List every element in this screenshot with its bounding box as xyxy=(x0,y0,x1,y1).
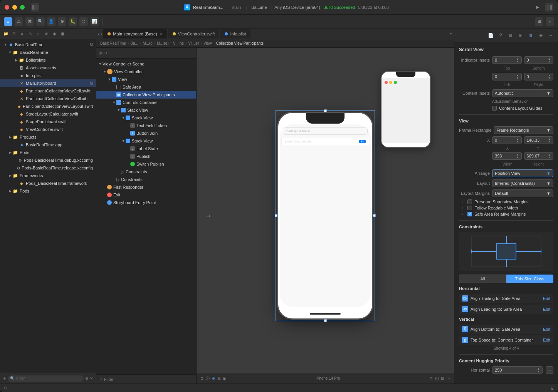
rpi-grid[interactable]: ⊞ xyxy=(516,31,525,40)
tree-item-infoplist[interactable]: ■ Info.plist xyxy=(0,72,96,79)
minimize-button[interactable] xyxy=(12,5,17,10)
bottom-right-btn[interactable]: ◱ xyxy=(551,386,554,390)
indicator-insets-bottom[interactable]: 0 ▲▼ xyxy=(524,56,554,64)
bottom-edit-btn[interactable]: Edit xyxy=(543,327,550,332)
lr-left-input[interactable]: 0 ▲▼ xyxy=(492,73,522,80)
tree-item-group-basic[interactable]: ▼ 📁 BasicRealTime xyxy=(0,49,96,56)
scene-item-view[interactable]: ▼ View xyxy=(96,75,196,83)
warning-btn[interactable]: ⚠ xyxy=(15,17,23,26)
sidebar-icon-test[interactable]: ◇ xyxy=(35,30,42,37)
layout-margins-select[interactable]: Default ▼ xyxy=(492,189,553,197)
tree-item-frameworks[interactable]: ▶ 📁 Frameworks xyxy=(0,172,96,179)
rpi-attributes[interactable]: ≡ xyxy=(526,31,535,40)
scene-item-stack3[interactable]: ▼ Stack View xyxy=(96,137,196,145)
y-input[interactable]: 148.33 ▲▼ xyxy=(524,136,554,144)
add-filter-btn[interactable]: + xyxy=(3,375,6,382)
trailing-edit-btn[interactable]: Edit xyxy=(543,296,550,301)
scene-item-vc[interactable]: ▼ View Controller xyxy=(96,68,196,75)
scene-item-btn-join[interactable]: B Button Join xyxy=(96,129,196,137)
scene-filter-input[interactable] xyxy=(104,377,193,382)
canvas-btn-2[interactable]: ⓘ xyxy=(206,376,210,381)
close-button[interactable] xyxy=(5,5,9,10)
tree-item-project[interactable]: ▼ ■ BasicRealTime M xyxy=(0,41,96,49)
user-btn[interactable]: 👤 xyxy=(47,17,55,26)
folder-navigator-btn[interactable]: ≡ xyxy=(4,17,12,26)
sidebar-toggle[interactable] xyxy=(31,3,39,12)
rpi-connections[interactable]: → xyxy=(546,31,555,40)
scene-item-controls[interactable]: ▼ Controls Container xyxy=(96,99,196,106)
run-button[interactable]: ▶ xyxy=(533,3,542,12)
tree-item-pods-2[interactable]: ▶ 📁 Pods xyxy=(0,187,96,195)
scene-nav-btn-2[interactable]: ‹ xyxy=(103,51,104,55)
sidebar-icon-list[interactable]: ≡ xyxy=(18,30,25,37)
find-btn[interactable]: ⌘ xyxy=(25,17,34,26)
canvas-rotate-btn[interactable]: ⟳ xyxy=(430,376,433,380)
maximize-button[interactable] xyxy=(20,5,25,10)
canvas-area[interactable]: → xyxy=(197,48,454,384)
tree-item-mainstoryboard[interactable]: ✕ Main.storyboard M xyxy=(0,79,96,87)
preserve-checkbox[interactable] xyxy=(467,199,472,204)
tree-item-release-config[interactable]: ⚙ Pods-BasicRealTime.release.xcconfig xyxy=(0,164,96,172)
canvas-more-btn[interactable]: ⋯ xyxy=(446,376,450,380)
tree-item-assets[interactable]: 🖼 Assets.xcassets xyxy=(0,64,96,72)
width-input[interactable]: 393 ▲▼ xyxy=(492,152,522,160)
x-input[interactable]: 0 ▲▼ xyxy=(492,136,522,144)
canvas-btn-3[interactable]: ⊕ xyxy=(212,376,215,380)
debug-btn[interactable]: 🐛 xyxy=(69,17,77,26)
scene-item-stack1[interactable]: ▼ Stack View xyxy=(96,106,196,114)
tree-item-pvcelllib[interactable]: ✕ ParticipantCollectionViewCell.xib xyxy=(0,95,96,102)
scene-nav-btn-1[interactable]: ⊞ xyxy=(99,51,102,55)
bc-7[interactable]: View xyxy=(203,41,212,45)
safe-area-checkbox[interactable] xyxy=(467,212,472,216)
tree-item-stagelayout[interactable]: ◆ StageLayoutCalculator.swift xyxy=(0,110,96,118)
tab-viewcontroller[interactable]: ViewController.swift xyxy=(168,29,220,39)
size-class-tab[interactable]: This Size Class xyxy=(506,275,553,283)
bc-1[interactable]: BasicRealTime xyxy=(100,41,126,45)
scene-item-entry[interactable]: Storyboard Entry Point xyxy=(96,199,196,206)
canvas-btn-1[interactable]: ⊙ xyxy=(200,376,203,380)
guides-checkbox[interactable] xyxy=(492,106,497,111)
scene-item-vc-scene[interactable]: ▼ View Controller Scene xyxy=(96,60,196,68)
scene-item-textfield[interactable]: F Text Field Token xyxy=(96,122,196,129)
indicator-insets-top[interactable]: 0 ▲▼ xyxy=(492,56,522,64)
scene-item-constraints-1[interactable]: ▷ Constraints xyxy=(96,168,196,176)
tree-item-pvlayout[interactable]: ◆ ParticipantCollectionViewLayout.swift xyxy=(0,102,96,110)
tree-item-app[interactable]: ■ BasicRealTime.app xyxy=(0,141,96,149)
tab-storyboard[interactable]: Main.storyboard (Base) ✕ xyxy=(103,29,167,39)
readable-checkbox[interactable] xyxy=(467,206,472,210)
hugging-h-input[interactable]: 250 ▲▼ xyxy=(492,366,543,374)
tab-infoplist[interactable]: Info.plist xyxy=(220,29,250,39)
content-insets-select[interactable]: Automatic ▼ xyxy=(492,89,553,97)
rpi-size[interactable]: ◈ xyxy=(536,31,545,40)
lr-right-input[interactable]: 0 ▲▼ xyxy=(524,73,554,80)
bc-3[interactable]: M...rd xyxy=(143,41,153,45)
sidebar-icon-folder[interactable]: 📁 xyxy=(2,30,9,37)
layout-button[interactable] xyxy=(545,3,553,12)
canvas-btn-4[interactable]: ⊞ xyxy=(217,376,220,380)
sidebar-filter-btn-2[interactable]: ⊕ xyxy=(85,376,88,380)
scene-item-exit[interactable]: Exit xyxy=(96,191,196,199)
tab-add[interactable]: + xyxy=(449,31,452,37)
tab-close-storyboard[interactable]: ✕ xyxy=(160,32,163,36)
search-btn[interactable]: 🔍 xyxy=(36,17,45,26)
tree-item-viewcontroller[interactable]: ◆ ViewController.swift xyxy=(0,126,96,133)
test-btn[interactable]: ◎ xyxy=(79,17,88,26)
scene-item-first-responder[interactable]: First Responder xyxy=(96,183,196,191)
scene-item-label-state[interactable]: L Label State xyxy=(96,145,196,152)
source-btn[interactable]: ⊕ xyxy=(58,17,66,26)
add-btn[interactable]: + xyxy=(546,17,554,26)
height-input[interactable]: 669.67 ▲▼ xyxy=(524,152,554,160)
canvas-split-btn[interactable]: ⊡ xyxy=(441,376,444,380)
leading-edit-btn[interactable]: Edit xyxy=(543,307,550,312)
tree-item-products[interactable]: ▶ 📁 Products xyxy=(0,133,96,141)
rpi-quick[interactable]: ? xyxy=(496,31,505,40)
analytics-btn[interactable]: 📊 xyxy=(90,17,99,26)
nav-forward[interactable]: › xyxy=(101,31,103,37)
tree-item-pods[interactable]: ▶ 📁 Pods xyxy=(0,149,96,156)
all-tab[interactable]: All xyxy=(459,275,506,283)
rpi-file[interactable]: 📄 xyxy=(486,31,495,40)
hugging-expand-btn[interactable]: ⋯ xyxy=(546,366,553,374)
bc-2[interactable]: Ba... xyxy=(130,41,138,45)
bc-8[interactable]: Collection View Participants xyxy=(216,41,264,45)
sidebar-icon-tag[interactable]: ⊞ xyxy=(10,30,17,37)
